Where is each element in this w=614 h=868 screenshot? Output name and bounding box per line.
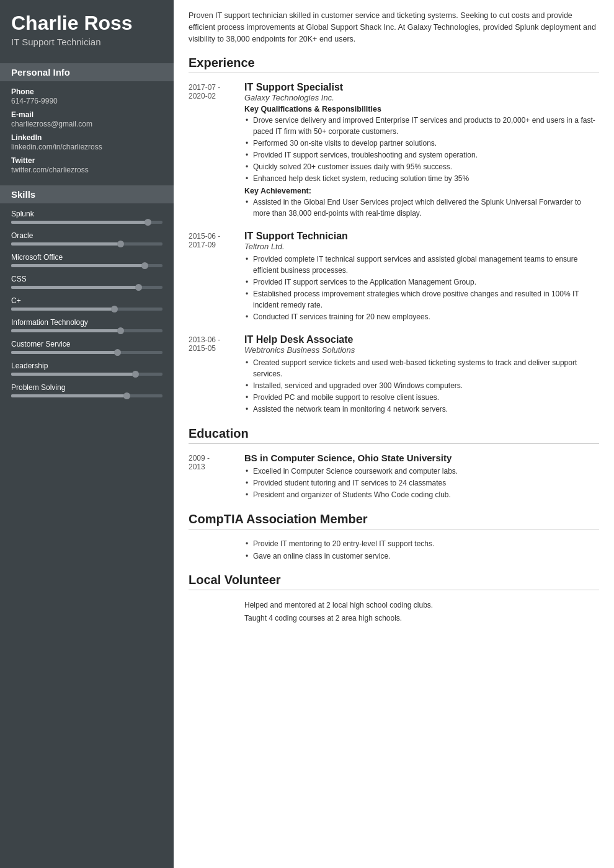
skills-container: SplunkOracleMicrosoft OfficeCSSC+Informa… xyxy=(11,210,162,397)
skill-bar-fill xyxy=(11,329,120,332)
skill-name: Oracle xyxy=(11,231,162,240)
skill-name: Problem Solving xyxy=(11,383,162,392)
edu-bullet: Provided student tutoring and IT service… xyxy=(244,477,599,489)
exp-bullet: Provided complete IT technical support s… xyxy=(244,254,599,276)
education-section-title: Education xyxy=(189,427,599,444)
skill-bar-fill xyxy=(11,286,138,289)
contact-label: Twitter xyxy=(11,156,162,165)
skill-bar-fill xyxy=(11,373,135,376)
skill-item: C+ xyxy=(11,296,162,311)
edu-bullet: Excelled in Computer Science coursework … xyxy=(244,466,599,477)
exp-bullet: Assisted in the Global End User Services… xyxy=(244,197,599,219)
sidebar: Charlie Ross IT Support Technician Perso… xyxy=(0,0,174,868)
extra-bullet: Gave an online class in customer service… xyxy=(244,551,599,562)
candidate-title: IT Support Technician xyxy=(11,37,162,47)
skill-item: CSS xyxy=(11,275,162,289)
exp-bullet: Established process improvement strategi… xyxy=(244,288,599,311)
skill-bar-bg xyxy=(11,286,162,289)
skill-bar-bg xyxy=(11,242,162,246)
skill-bar-fill xyxy=(11,242,120,246)
extra-section-title: Local Volunteer xyxy=(189,573,599,590)
skill-name: C+ xyxy=(11,296,162,305)
skill-bar-fill xyxy=(11,308,114,311)
skill-bar-dot xyxy=(141,262,148,269)
edu-degree: BS in Computer Science, Ohio State Unive… xyxy=(244,453,599,463)
skill-bar-dot xyxy=(135,284,142,291)
exp-bullet: Created support service tickets and used… xyxy=(244,357,599,379)
skill-bar-fill xyxy=(11,351,117,354)
edu-content: BS in Computer Science, Ohio State Unive… xyxy=(244,453,599,501)
skill-bar-dot xyxy=(123,392,130,399)
skills-heading: Skills xyxy=(0,185,174,203)
skill-bar-dot xyxy=(132,371,139,378)
contact-value: 614-776-9990 xyxy=(11,97,162,105)
exp-job-title: IT Support Specialist xyxy=(244,82,599,93)
contact-label: LinkedIn xyxy=(11,133,162,142)
edu-dates: 2009 -2013 xyxy=(189,453,244,501)
exp-dates: 2013-06 -2015-05 xyxy=(189,334,244,415)
contact-value: charliezross@gmail.com xyxy=(11,120,162,128)
skill-bar-bg xyxy=(11,329,162,332)
extra-bullet: Provide IT mentoring to 20 entry-level I… xyxy=(244,538,599,549)
skill-bar-dot xyxy=(117,327,124,334)
contact-value: twitter.com/charliezross xyxy=(11,166,162,174)
skill-name: Leadership xyxy=(11,361,162,370)
skill-bar-bg xyxy=(11,221,162,224)
experience-entry: 2017-07 -2020-02IT Support SpecialistGal… xyxy=(189,82,599,219)
exp-content: IT Help Desk AssociateWebtronics Busines… xyxy=(244,334,599,415)
skill-item: Microsoft Office xyxy=(11,253,162,267)
exp-job-title: IT Support Technician xyxy=(244,231,599,242)
skill-bar-bg xyxy=(11,394,162,397)
skill-name: CSS xyxy=(11,275,162,283)
main-content: Proven IT support technician skilled in … xyxy=(174,0,614,868)
exp-sub-title: Key Achievement: xyxy=(244,187,599,195)
exp-bullets: Assisted in the Global End User Services… xyxy=(244,197,599,219)
personal-info-heading: Personal Info xyxy=(0,63,174,81)
contact-value: linkedin.com/in/charliezross xyxy=(11,143,162,151)
extra-section-content: Provide IT mentoring to 20 entry-level I… xyxy=(244,538,599,562)
extra-text: Taught 4 coding courses at 2 area high s… xyxy=(244,612,599,624)
exp-bullet: Enhanced help desk ticket system, reduci… xyxy=(244,173,599,184)
exp-content: IT Support TechnicianTeltron Ltd.Provide… xyxy=(244,231,599,323)
contact-label: E-mail xyxy=(11,110,162,119)
summary-text: Proven IT support technician skilled in … xyxy=(189,10,599,45)
exp-bullet: Drove service delivery and improved Ente… xyxy=(244,115,599,137)
candidate-name: Charlie Ross xyxy=(11,12,162,34)
skill-bar-fill xyxy=(11,394,126,397)
extra-section-content: Helped and mentored at 2 local high scho… xyxy=(244,599,599,624)
extra-section-title: CompTIA Association Member xyxy=(189,512,599,529)
skill-bar-bg xyxy=(11,373,162,376)
experience-entry: 2013-06 -2015-05IT Help Desk AssociateWe… xyxy=(189,334,599,415)
exp-job-title: IT Help Desk Associate xyxy=(244,334,599,345)
exp-sub-title: Key Qualifications & Responsibilities xyxy=(244,105,599,113)
personal-info-section: Personal Info Phone614-776-9990E-mailcha… xyxy=(0,57,174,179)
skill-bar-fill xyxy=(11,221,148,224)
exp-company: Teltron Ltd. xyxy=(244,242,599,251)
skill-item: Customer Service xyxy=(11,340,162,354)
education-container: 2009 -2013BS in Computer Science, Ohio S… xyxy=(189,453,599,501)
exp-bullets: Provided complete IT technical support s… xyxy=(244,254,599,322)
skill-bar-fill xyxy=(11,264,145,267)
sidebar-header: Charlie Ross IT Support Technician xyxy=(0,0,174,57)
extra-text: Helped and mentored at 2 local high scho… xyxy=(244,599,599,611)
skill-bar-dot xyxy=(145,219,151,226)
exp-bullet: Provided PC and mobile support to resolv… xyxy=(244,392,599,403)
skill-bar-bg xyxy=(11,308,162,311)
skill-bar-dot xyxy=(117,241,124,247)
exp-bullet: Conducted IT services training for 20 ne… xyxy=(244,311,599,322)
exp-dates: 2015-06 -2017-09 xyxy=(189,231,244,323)
skill-bar-dot xyxy=(114,349,121,356)
exp-company: Galaxy Technologies Inc. xyxy=(244,93,599,102)
skill-item: Information Technology xyxy=(11,318,162,332)
exp-bullet: Assisted the network team in monitoring … xyxy=(244,404,599,415)
contacts-container: Phone614-776-9990E-mailcharliezross@gmai… xyxy=(11,87,162,174)
extra-sections-container: CompTIA Association MemberProvide IT men… xyxy=(189,512,599,624)
exp-dates: 2017-07 -2020-02 xyxy=(189,82,244,219)
extra-bullets: Provide IT mentoring to 20 entry-level I… xyxy=(244,538,599,562)
exp-company: Webtronics Business Solutions xyxy=(244,345,599,355)
exp-bullet: Quickly solved 20+ customer issues daily… xyxy=(244,161,599,172)
skill-item: Problem Solving xyxy=(11,383,162,397)
experience-section-title: Experience xyxy=(189,56,599,73)
skill-bar-bg xyxy=(11,264,162,267)
exp-bullets: Drove service delivery and improved Ente… xyxy=(244,115,599,184)
